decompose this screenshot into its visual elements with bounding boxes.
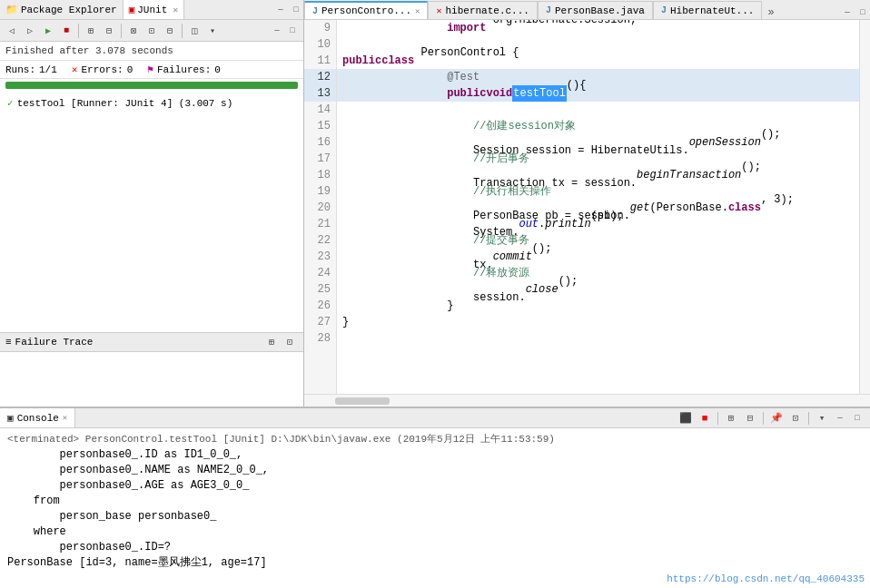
tab-hibernate[interactable]: ✕ hibernate.c...	[428, 1, 537, 19]
console-settings-button[interactable]: ▾	[814, 410, 830, 426]
tab-console[interactable]: ▣ Console ✕	[0, 408, 75, 427]
console-sql-line-7: personbase0_.ID=?	[7, 540, 863, 555]
console-separator-3	[808, 412, 809, 425]
failure-trace-filter-button[interactable]: ⊡	[282, 334, 298, 350]
console-word-wrap-button[interactable]: ⊟	[742, 410, 758, 426]
maximize-button[interactable]: □	[289, 4, 303, 16]
code-editor: 9 10 11 12 13 14 15 16 17 18 19 20 21 22…	[304, 20, 870, 394]
console-clear-button[interactable]: ⬛	[677, 410, 694, 426]
line-13: 13	[304, 85, 336, 102]
runs-value: 1/1	[39, 64, 57, 75]
panel-minimize-button[interactable]: ─	[270, 24, 284, 37]
java-file-icon-2: J	[546, 5, 551, 15]
toolbar-layout-button[interactable]: ⊡	[143, 23, 160, 39]
line-26: 26	[304, 298, 336, 314]
panel-maximize-button[interactable]: □	[285, 24, 300, 37]
tab-hibernateut[interactable]: J HibernateUt...	[653, 1, 762, 19]
line-numbers: 9 10 11 12 13 14 15 16 17 18 19 20 21 22…	[304, 20, 337, 394]
failure-trace-copy-button[interactable]: ⊞	[263, 334, 280, 350]
toolbar-rerun-button[interactable]: ▶	[40, 23, 56, 39]
console-content: <terminated> PersonControl.testTool [JUn…	[0, 428, 870, 588]
errors-label: Errors:	[81, 64, 123, 75]
console-icon: ▣	[7, 412, 14, 424]
line-20: 20	[304, 200, 336, 216]
test-item[interactable]: ✓ testTool [Runner: JUnit 4] (3.007 s)	[0, 95, 303, 111]
toolbar-view-button[interactable]: ◫	[186, 23, 203, 39]
tab-personcont[interactable]: J PersonContro... ✕	[304, 1, 428, 19]
console-tab-close[interactable]: ✕	[63, 413, 67, 423]
watermark: https://blog.csdn.net/qq_40604335	[667, 573, 865, 584]
failures-icon: ⚑	[147, 64, 153, 75]
toolbar-forward-button[interactable]: ▷	[22, 23, 38, 39]
console-sql-line-5: person_base personbase0_	[7, 509, 863, 524]
errors-icon: ✕	[72, 64, 78, 75]
console-label: Console	[17, 413, 59, 424]
console-sql-line-6: where	[7, 524, 863, 540]
line-18: 18	[304, 167, 336, 183]
line-17: 17	[304, 151, 336, 167]
progress-bar	[5, 82, 298, 89]
toolbar-dropdown-button[interactable]: ▾	[204, 23, 221, 39]
toolbar-link-button[interactable]: ⊟	[101, 23, 117, 39]
toolbar-filter-button[interactable]: ⊠	[125, 23, 142, 39]
editor-maximize-button[interactable]: □	[855, 6, 870, 19]
line-12: 12	[304, 69, 336, 85]
failure-trace-header: ≡ Failure Trace ⊞ ⊡	[0, 332, 303, 352]
minimize-button[interactable]: ─	[273, 4, 288, 16]
tab-personbase-label: PersonBase.java	[555, 5, 645, 16]
console-minimize-button[interactable]: ─	[833, 412, 847, 425]
line-25: 25	[304, 281, 336, 298]
toolbar-collapse-button[interactable]: ⊟	[162, 23, 178, 39]
close-icon[interactable]: ✕	[173, 5, 178, 15]
editor-minimize-button[interactable]: ─	[840, 6, 855, 19]
code-line-13: public void testTool(){	[337, 85, 859, 102]
junit-tab-label: JUnit	[137, 5, 167, 15]
errors-value: 0	[127, 64, 133, 75]
junit-icon: ▣	[129, 4, 135, 15]
tab-personcont-close[interactable]: ✕	[415, 6, 420, 16]
horizontal-scrollbar[interactable]	[304, 394, 870, 407]
console-pin-button[interactable]: 📌	[768, 410, 785, 426]
tab-hibernateut-label: HibernateUt...	[670, 5, 754, 16]
code-line-9: import org.hibernate.Session;	[337, 20, 859, 36]
package-explorer-label: Package Explorer	[21, 5, 117, 15]
console-terminate-button[interactable]: ■	[697, 410, 713, 426]
console-result-line: PersonBase [id=3, name=墨风拂尘1, age=17]	[7, 555, 863, 571]
editor-scrollbar[interactable]	[859, 20, 870, 394]
line-15: 15	[304, 118, 336, 134]
tab-personbase[interactable]: J PersonBase.java	[538, 1, 653, 19]
code-content[interactable]: import org.hibernate.Session; public cla…	[337, 20, 859, 394]
console-tabs: ▣ Console ✕ ⬛ ■ ⊞ ⊟ 📌 ⊡ ▾ ─ □	[0, 408, 870, 428]
console-open-button[interactable]: ⊡	[787, 410, 804, 426]
config-file-icon: ✕	[436, 5, 441, 16]
test-pass-icon: ✓	[7, 97, 14, 109]
toolbar-separator-1	[78, 24, 79, 38]
tab-hibernate-label: hibernate.c...	[446, 5, 529, 16]
tab-overflow[interactable]: »	[762, 6, 779, 19]
line-9: 9	[304, 20, 336, 36]
tab-junit[interactable]: ▣ JUnit ✕	[124, 0, 185, 19]
line-23: 23	[304, 249, 336, 265]
java-file-icon-1: J	[312, 6, 318, 16]
console-terminated-line: <terminated> PersonControl.testTool [JUn…	[7, 432, 863, 447]
toolbar-history-button[interactable]: ⊞	[83, 23, 99, 39]
console-maximize-button[interactable]: □	[850, 412, 865, 425]
toolbar-separator-3	[182, 24, 183, 38]
console-scroll-lock-button[interactable]: ⊞	[723, 410, 739, 426]
console-separator-2	[763, 412, 764, 425]
console-sql-line-2: personbase0_.NAME as NAME2_0_0_,	[7, 463, 863, 478]
failures-value: 0	[214, 64, 221, 75]
editor-tabs: J PersonContro... ✕ ✕ hibernate.c... J P…	[304, 0, 870, 20]
console-sql-line-4: from	[7, 494, 863, 509]
line-14: 14	[304, 102, 336, 118]
line-16: 16	[304, 134, 336, 151]
toolbar-stop-button[interactable]: ■	[58, 23, 74, 39]
progress-bar-container	[5, 82, 298, 89]
line-28: 28	[304, 330, 336, 347]
line-22: 22	[304, 232, 336, 249]
tab-package-explorer[interactable]: 📁 Package Explorer	[0, 0, 124, 19]
console-separator-1	[717, 412, 718, 425]
console-sql-line-3: personbase0_.AGE as AGE3_0_0_	[7, 478, 863, 494]
failures-label: Failures:	[157, 64, 211, 75]
toolbar-back-button[interactable]: ◁	[4, 23, 20, 39]
